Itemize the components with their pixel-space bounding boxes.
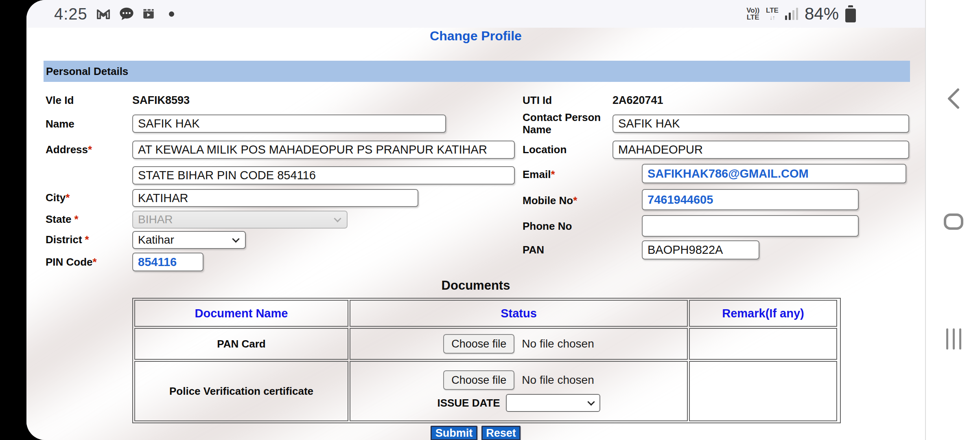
page-title: Change Profile bbox=[26, 29, 925, 44]
submit-button[interactable]: Submit bbox=[431, 426, 477, 440]
doc-remark-pan-card bbox=[689, 328, 837, 360]
section-header-personal-details: Personal Details bbox=[44, 61, 910, 82]
name-label: Name bbox=[46, 118, 74, 130]
chevron-down-icon bbox=[587, 398, 595, 405]
vle-id-label: Vle Id bbox=[46, 94, 74, 106]
back-icon bbox=[945, 87, 962, 110]
uti-id-label: UTI Id bbox=[523, 94, 552, 106]
city-label: City* bbox=[46, 191, 70, 204]
signal-strength-icon bbox=[785, 8, 798, 20]
battery-icon bbox=[845, 5, 856, 22]
file-status-text: No file chosen bbox=[522, 374, 594, 387]
clock: 4:25 bbox=[54, 5, 88, 23]
contact-person-input[interactable]: SAFIK HAK bbox=[612, 114, 909, 133]
doc-status-pan-card: Choose file No file chosen bbox=[350, 328, 688, 360]
col-header-status: Status bbox=[350, 300, 688, 327]
navigation-bar bbox=[925, 0, 980, 440]
chevron-down-icon bbox=[232, 235, 239, 242]
notification-dot bbox=[169, 11, 174, 17]
state-label: State* bbox=[46, 213, 79, 225]
video-icon bbox=[143, 9, 154, 19]
address-input[interactable]: AT KEWALA MILIK POS MAHADEOPUR PS PRANPU… bbox=[132, 141, 515, 159]
uti-id-value: 2A620741 bbox=[612, 94, 663, 107]
email-input[interactable]: SAFIKHAK786@GMAIL.COM bbox=[642, 164, 906, 183]
doc-name-pan-card: PAN Card bbox=[134, 328, 348, 360]
pan-input[interactable]: BAOPH9822A bbox=[642, 240, 759, 260]
vle-id-value: SAFIK8593 bbox=[132, 94, 190, 107]
pin-code-label: PIN Code* bbox=[46, 256, 97, 268]
mobile-label: Mobile No* bbox=[523, 194, 577, 207]
name-input[interactable]: SAFIK HAK bbox=[132, 114, 446, 133]
gmail-icon bbox=[96, 9, 110, 19]
file-status-text: No file chosen bbox=[522, 337, 594, 350]
lte-updown-icon: LTE ↓↑ bbox=[766, 7, 779, 21]
address-label: Address* bbox=[46, 143, 92, 156]
pin-code-input[interactable]: 854116 bbox=[132, 253, 203, 271]
choose-file-button[interactable]: Choose file bbox=[443, 370, 514, 390]
documents-table: Document Name Status Remark(If any) PAN … bbox=[132, 298, 841, 423]
browser-viewport: Change Profile Personal Details Vle Id S… bbox=[26, 28, 925, 440]
recents-button[interactable] bbox=[926, 327, 980, 351]
section-header-label: Personal Details bbox=[46, 65, 128, 78]
recents-icon bbox=[944, 327, 963, 351]
email-label: Email* bbox=[523, 168, 555, 180]
mobile-input[interactable]: 7461944605 bbox=[642, 189, 859, 210]
reset-button[interactable]: Reset bbox=[481, 426, 521, 440]
choose-file-button[interactable]: Choose file bbox=[443, 334, 514, 354]
volte-icon: Vo)) LTE bbox=[746, 7, 759, 21]
state-select: BIHAR bbox=[132, 211, 348, 229]
location-label: Location bbox=[523, 143, 567, 156]
chat-icon bbox=[119, 7, 134, 21]
issue-date-select[interactable] bbox=[506, 394, 600, 412]
device-screenshot: 4:25 bbox=[0, 0, 980, 440]
home-icon bbox=[943, 213, 964, 230]
col-header-document-name: Document Name bbox=[134, 300, 348, 327]
location-input[interactable]: MAHADEOPUR bbox=[612, 141, 909, 159]
doc-name-police-verification: Police Verification certificate bbox=[134, 361, 348, 421]
status-bar: 4:25 bbox=[26, 0, 925, 28]
city-input[interactable]: KATIHAR bbox=[132, 189, 418, 207]
col-header-remark: Remark(If any) bbox=[689, 300, 837, 327]
address-line2-input[interactable]: STATE BIHAR PIN CODE 854116 bbox=[132, 166, 515, 185]
pan-label: PAN bbox=[523, 244, 544, 256]
doc-remark-police-verification bbox=[689, 361, 837, 421]
issue-date-label: ISSUE DATE bbox=[437, 397, 500, 409]
district-label: District* bbox=[46, 233, 89, 246]
documents-heading: Documents bbox=[26, 278, 925, 293]
doc-status-police-verification: Choose file No file chosen ISSUE DATE bbox=[350, 361, 688, 421]
district-select[interactable]: Katihar bbox=[132, 231, 246, 249]
phone-label: Phone No bbox=[523, 220, 572, 232]
contact-person-label: Contact Person Name bbox=[523, 111, 614, 136]
phone-input[interactable] bbox=[642, 215, 859, 237]
phone-screen: 4:25 bbox=[26, 0, 980, 440]
home-button[interactable] bbox=[926, 213, 980, 230]
chevron-down-icon bbox=[334, 215, 341, 222]
battery-percent: 84% bbox=[805, 4, 839, 24]
back-button[interactable] bbox=[926, 87, 980, 110]
